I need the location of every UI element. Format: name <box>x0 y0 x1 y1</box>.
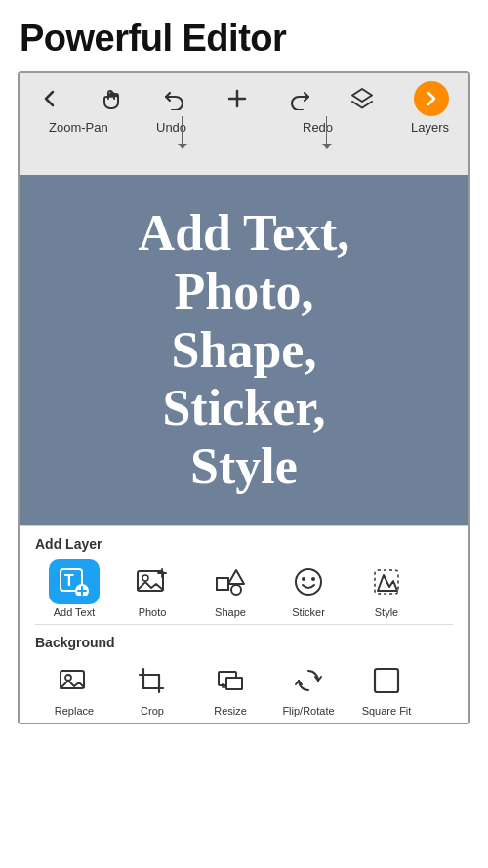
canvas-area: Add Text,Photo,Shape,Sticker,Style <box>20 175 468 525</box>
redo-arrow <box>326 116 327 144</box>
back-icon[interactable] <box>39 88 61 109</box>
shape-item[interactable]: Shape <box>191 559 269 618</box>
crop-item[interactable]: Crop <box>113 658 191 717</box>
svg-point-17 <box>311 577 315 581</box>
style-label: Style <box>375 606 398 618</box>
undo-icon[interactable] <box>163 87 186 110</box>
resize-item[interactable]: Resize <box>191 658 269 717</box>
svg-point-16 <box>302 577 305 581</box>
add-icon[interactable] <box>226 88 248 109</box>
sticker-icon <box>283 559 334 604</box>
hand-pan-icon[interactable] <box>101 87 124 110</box>
svg-rect-21 <box>143 675 159 688</box>
layers-label: Layers <box>411 120 449 135</box>
svg-rect-23 <box>226 678 242 689</box>
photo-icon <box>127 559 178 604</box>
add-text-label: Add Text <box>54 606 96 618</box>
layers-icon[interactable] <box>350 87 374 110</box>
editor-container: Zoom-Pan Undo Redo Layers Add Text,Photo… <box>18 71 470 724</box>
photo-label: Photo <box>139 606 167 618</box>
background-label: Background <box>35 635 453 650</box>
svg-point-20 <box>65 675 71 681</box>
square-fit-label: Square Fit <box>362 705 412 717</box>
crop-icon <box>127 658 178 703</box>
sticker-item[interactable]: Sticker <box>269 559 347 618</box>
svg-marker-2 <box>352 89 372 102</box>
resize-icon <box>205 658 256 703</box>
photo-item[interactable]: Photo <box>113 559 191 618</box>
square-fit-icon <box>361 658 412 703</box>
redo-icon[interactable] <box>288 87 311 110</box>
flip-rotate-item[interactable]: Flip/Rotate <box>269 658 347 717</box>
style-item[interactable]: Style <box>347 559 426 618</box>
style-icon <box>361 559 412 604</box>
forward-button[interactable] <box>414 81 449 116</box>
flip-rotate-label: Flip/Rotate <box>282 705 334 717</box>
svg-point-14 <box>231 585 241 595</box>
toolbar <box>20 73 468 116</box>
flip-rotate-icon <box>283 658 334 703</box>
replace-item[interactable]: Replace <box>35 658 113 717</box>
bottom-panels: Add Layer T Add Text <box>20 525 468 723</box>
replace-icon <box>49 658 100 703</box>
add-text-icon: T <box>49 559 100 604</box>
background-section: Background Replace <box>20 625 468 723</box>
add-layer-section: Add Layer T Add Text <box>20 526 468 624</box>
square-fit-item[interactable]: Square Fit <box>347 658 426 717</box>
sticker-label: Sticker <box>292 606 325 618</box>
svg-text:T: T <box>64 572 74 589</box>
undo-arrow <box>182 116 183 144</box>
replace-label: Replace <box>55 705 94 717</box>
resize-label: Resize <box>214 705 247 717</box>
add-layer-items: T Add Text <box>35 559 453 618</box>
page-title: Powerful Editor <box>0 0 488 71</box>
redo-label: Redo <box>303 120 333 135</box>
toolbar-labels: Zoom-Pan Undo Redo Layers <box>20 116 468 175</box>
shape-label: Shape <box>215 606 246 618</box>
crop-label: Crop <box>141 705 164 717</box>
background-items: Replace Crop <box>35 658 453 717</box>
canvas-text: Add Text,Photo,Shape,Sticker,Style <box>139 204 350 496</box>
shape-icon <box>205 559 256 604</box>
add-layer-label: Add Layer <box>35 536 453 552</box>
svg-point-15 <box>296 569 321 595</box>
add-text-item[interactable]: T Add Text <box>35 559 113 618</box>
svg-point-9 <box>142 575 148 581</box>
svg-rect-25 <box>375 669 398 692</box>
zoom-pan-label: Zoom-Pan <box>49 120 108 135</box>
svg-marker-13 <box>228 570 244 584</box>
svg-rect-12 <box>217 578 228 590</box>
